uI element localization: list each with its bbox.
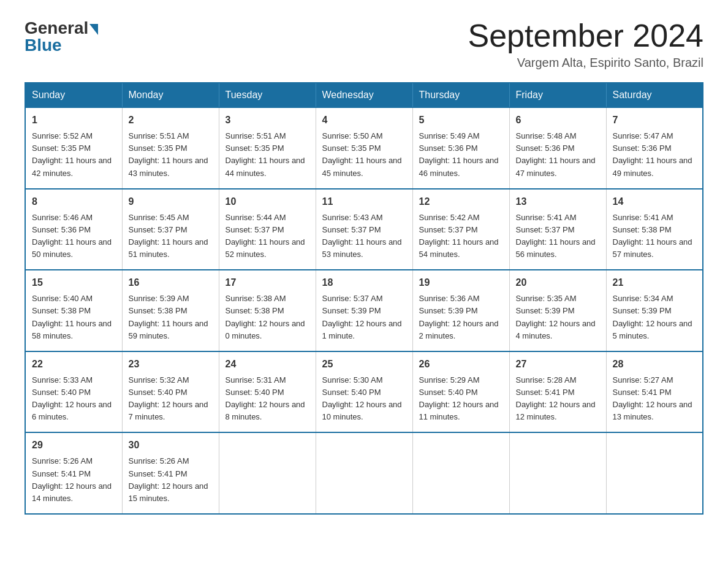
- calendar-day-cell: 20 Sunrise: 5:35 AM Sunset: 5:39 PM Dayl…: [509, 270, 606, 351]
- day-info: Sunrise: 5:51 AM Sunset: 5:35 PM Dayligh…: [226, 130, 309, 180]
- day-number: 14: [613, 194, 697, 209]
- day-info: Sunrise: 5:28 AM Sunset: 5:41 PM Dayligh…: [516, 374, 600, 424]
- day-number: 16: [129, 275, 213, 290]
- calendar-day-cell: 15 Sunrise: 5:40 AM Sunset: 5:38 PM Dayl…: [25, 270, 122, 351]
- day-number: 22: [32, 357, 116, 372]
- calendar-day-cell: 3 Sunrise: 5:51 AM Sunset: 5:35 PM Dayli…: [219, 107, 316, 189]
- logo-blue-text: Blue: [25, 36, 98, 55]
- weekday-header-monday: Monday: [122, 83, 219, 107]
- calendar-table: SundayMondayTuesdayWednesdayThursdayFrid…: [25, 82, 703, 515]
- calendar-day-cell: 10 Sunrise: 5:44 AM Sunset: 5:37 PM Dayl…: [219, 189, 316, 270]
- day-number: 4: [322, 113, 406, 128]
- location-text: Vargem Alta, Espirito Santo, Brazil: [468, 56, 704, 70]
- weekday-header-friday: Friday: [509, 83, 606, 107]
- calendar-day-cell: 17 Sunrise: 5:38 AM Sunset: 5:38 PM Dayl…: [219, 270, 316, 351]
- calendar-day-cell: 8 Sunrise: 5:46 AM Sunset: 5:36 PM Dayli…: [25, 189, 122, 270]
- calendar-day-cell: 19 Sunrise: 5:36 AM Sunset: 5:39 PM Dayl…: [412, 270, 509, 351]
- calendar-day-cell: 25 Sunrise: 5:30 AM Sunset: 5:40 PM Dayl…: [316, 351, 412, 433]
- weekday-header-tuesday: Tuesday: [219, 83, 316, 107]
- day-info: Sunrise: 5:42 AM Sunset: 5:37 PM Dayligh…: [419, 212, 503, 261]
- day-number: 23: [129, 357, 213, 372]
- day-info: Sunrise: 5:38 AM Sunset: 5:38 PM Dayligh…: [226, 293, 309, 342]
- logo: General Blue: [25, 18, 98, 55]
- day-number: 11: [322, 194, 406, 209]
- day-number: 30: [129, 438, 213, 453]
- calendar-day-cell: 16 Sunrise: 5:39 AM Sunset: 5:38 PM Dayl…: [122, 270, 219, 351]
- day-number: 20: [516, 275, 600, 290]
- calendar-day-cell: 30 Sunrise: 5:26 AM Sunset: 5:41 PM Dayl…: [122, 432, 219, 514]
- weekday-header-wednesday: Wednesday: [316, 83, 412, 107]
- weekday-header-saturday: Saturday: [606, 83, 703, 107]
- weekday-header-thursday: Thursday: [412, 83, 509, 107]
- day-info: Sunrise: 5:43 AM Sunset: 5:37 PM Dayligh…: [322, 212, 406, 261]
- day-info: Sunrise: 5:29 AM Sunset: 5:40 PM Dayligh…: [419, 374, 503, 424]
- calendar-week-row: 22 Sunrise: 5:33 AM Sunset: 5:40 PM Dayl…: [25, 351, 703, 433]
- calendar-day-cell: 28 Sunrise: 5:27 AM Sunset: 5:41 PM Dayl…: [606, 351, 703, 433]
- day-info: Sunrise: 5:44 AM Sunset: 5:37 PM Dayligh…: [226, 212, 309, 261]
- day-number: 3: [226, 113, 309, 128]
- day-number: 18: [322, 275, 406, 290]
- day-number: 17: [226, 275, 309, 290]
- calendar-week-row: 29 Sunrise: 5:26 AM Sunset: 5:41 PM Dayl…: [25, 432, 703, 514]
- calendar-week-row: 15 Sunrise: 5:40 AM Sunset: 5:38 PM Dayl…: [25, 270, 703, 351]
- day-number: 12: [419, 194, 503, 209]
- day-number: 25: [322, 357, 406, 372]
- calendar-week-row: 8 Sunrise: 5:46 AM Sunset: 5:36 PM Dayli…: [25, 189, 703, 270]
- calendar-day-cell: 24 Sunrise: 5:31 AM Sunset: 5:40 PM Dayl…: [219, 351, 316, 433]
- day-number: 26: [419, 357, 503, 372]
- calendar-day-cell: 4 Sunrise: 5:50 AM Sunset: 5:35 PM Dayli…: [316, 107, 412, 189]
- day-number: 2: [129, 113, 213, 128]
- calendar-day-cell: 6 Sunrise: 5:48 AM Sunset: 5:36 PM Dayli…: [509, 107, 606, 189]
- day-number: 9: [129, 194, 213, 209]
- calendar-day-cell: 7 Sunrise: 5:47 AM Sunset: 5:36 PM Dayli…: [606, 107, 703, 189]
- day-info: Sunrise: 5:26 AM Sunset: 5:41 PM Dayligh…: [32, 455, 116, 505]
- day-number: 6: [516, 113, 600, 128]
- day-number: 10: [226, 194, 309, 209]
- day-info: Sunrise: 5:37 AM Sunset: 5:39 PM Dayligh…: [322, 293, 406, 342]
- day-info: Sunrise: 5:31 AM Sunset: 5:40 PM Dayligh…: [226, 374, 309, 424]
- calendar-day-cell: 29 Sunrise: 5:26 AM Sunset: 5:41 PM Dayl…: [25, 432, 122, 514]
- logo-arrow-icon: [89, 24, 98, 35]
- calendar-header-row: SundayMondayTuesdayWednesdayThursdayFrid…: [25, 83, 703, 107]
- calendar-day-cell: 23 Sunrise: 5:32 AM Sunset: 5:40 PM Dayl…: [122, 351, 219, 433]
- day-info: Sunrise: 5:49 AM Sunset: 5:36 PM Dayligh…: [419, 130, 503, 180]
- day-number: 7: [613, 113, 697, 128]
- day-info: Sunrise: 5:48 AM Sunset: 5:36 PM Dayligh…: [516, 130, 600, 180]
- day-info: Sunrise: 5:32 AM Sunset: 5:40 PM Dayligh…: [129, 374, 213, 424]
- calendar-day-cell: 27 Sunrise: 5:28 AM Sunset: 5:41 PM Dayl…: [509, 351, 606, 433]
- day-info: Sunrise: 5:41 AM Sunset: 5:38 PM Dayligh…: [613, 212, 697, 261]
- day-number: 21: [613, 275, 697, 290]
- day-info: Sunrise: 5:39 AM Sunset: 5:38 PM Dayligh…: [129, 293, 213, 342]
- day-number: 19: [419, 275, 503, 290]
- day-info: Sunrise: 5:34 AM Sunset: 5:39 PM Dayligh…: [613, 293, 697, 342]
- day-info: Sunrise: 5:30 AM Sunset: 5:40 PM Dayligh…: [322, 374, 406, 424]
- calendar-day-cell: 21 Sunrise: 5:34 AM Sunset: 5:39 PM Dayl…: [606, 270, 703, 351]
- day-number: 8: [32, 194, 116, 209]
- calendar-day-cell: [509, 432, 606, 514]
- day-number: 27: [516, 357, 600, 372]
- calendar-day-cell: 26 Sunrise: 5:29 AM Sunset: 5:40 PM Dayl…: [412, 351, 509, 433]
- day-info: Sunrise: 5:26 AM Sunset: 5:41 PM Dayligh…: [129, 455, 213, 505]
- calendar-day-cell: 12 Sunrise: 5:42 AM Sunset: 5:37 PM Dayl…: [412, 189, 509, 270]
- calendar-day-cell: 2 Sunrise: 5:51 AM Sunset: 5:35 PM Dayli…: [122, 107, 219, 189]
- day-number: 15: [32, 275, 116, 290]
- calendar-day-cell: [412, 432, 509, 514]
- day-info: Sunrise: 5:27 AM Sunset: 5:41 PM Dayligh…: [613, 374, 697, 424]
- calendar-day-cell: 9 Sunrise: 5:45 AM Sunset: 5:37 PM Dayli…: [122, 189, 219, 270]
- calendar-day-cell: 1 Sunrise: 5:52 AM Sunset: 5:35 PM Dayli…: [25, 107, 122, 189]
- page-header: General Blue September 2024 Vargem Alta,…: [25, 18, 703, 70]
- day-info: Sunrise: 5:52 AM Sunset: 5:35 PM Dayligh…: [32, 130, 116, 180]
- day-info: Sunrise: 5:50 AM Sunset: 5:35 PM Dayligh…: [322, 130, 406, 180]
- calendar-day-cell: [219, 432, 316, 514]
- calendar-day-cell: 13 Sunrise: 5:41 AM Sunset: 5:37 PM Dayl…: [509, 189, 606, 270]
- calendar-day-cell: [316, 432, 412, 514]
- calendar-day-cell: [606, 432, 703, 514]
- calendar-day-cell: 14 Sunrise: 5:41 AM Sunset: 5:38 PM Dayl…: [606, 189, 703, 270]
- day-info: Sunrise: 5:47 AM Sunset: 5:36 PM Dayligh…: [613, 130, 697, 180]
- day-info: Sunrise: 5:40 AM Sunset: 5:38 PM Dayligh…: [32, 293, 116, 342]
- day-info: Sunrise: 5:41 AM Sunset: 5:37 PM Dayligh…: [516, 212, 600, 261]
- day-info: Sunrise: 5:35 AM Sunset: 5:39 PM Dayligh…: [516, 293, 600, 342]
- day-info: Sunrise: 5:33 AM Sunset: 5:40 PM Dayligh…: [32, 374, 116, 424]
- day-number: 29: [32, 438, 116, 453]
- day-number: 28: [613, 357, 697, 372]
